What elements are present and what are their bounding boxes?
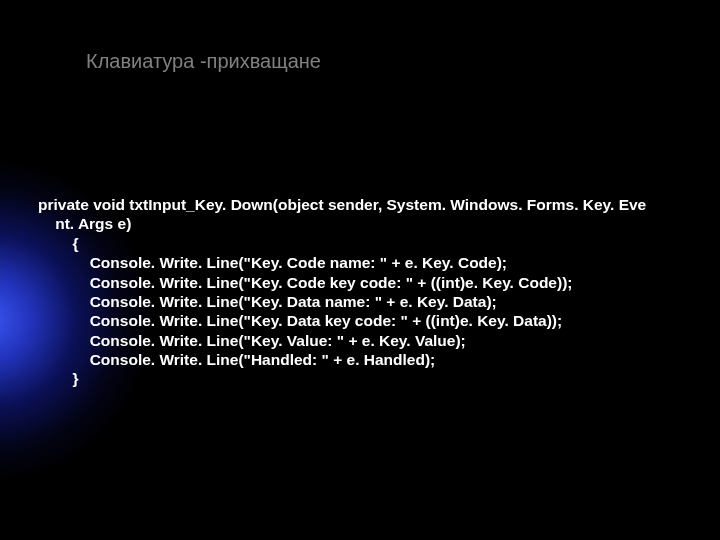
- slide-title: Клавиатура -прихващане: [86, 50, 321, 73]
- code-block: private void txtInput_Key. Down(object s…: [38, 195, 700, 389]
- slide: Клавиатура -прихващане private void txtI…: [0, 0, 720, 540]
